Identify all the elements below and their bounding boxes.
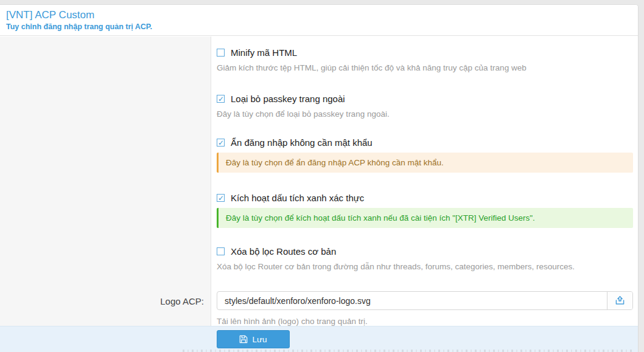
logo-field-description: Tải lên hình ảnh (logo) cho trang quản t… <box>217 316 633 326</box>
checkbox[interactable] <box>217 194 225 202</box>
setting-description: Đây là tùy chọn để loại bỏ passkey trang… <box>217 109 633 119</box>
logo-input-group <box>217 291 633 310</box>
save-button[interactable]: Lưu <box>217 330 290 348</box>
checkbox[interactable] <box>217 95 225 103</box>
setting-checkbox-label[interactable]: Ẩn đăng nhập không cần mật khẩu <box>217 137 633 148</box>
checkbox[interactable] <box>217 247 225 255</box>
setting-checkbox-label[interactable]: Xóa bộ lọc Routes cơ bản <box>217 246 633 257</box>
label-column <box>0 36 211 326</box>
setting-title: Loại bỏ passkey trang ngoài <box>231 93 345 105</box>
upload-icon <box>614 295 626 306</box>
footer-bar: Lưu <box>0 326 638 352</box>
setting-title: Ẩn đăng nhập không cần mật khẩu <box>231 137 373 148</box>
page-subtitle: Tuy chỉnh đăng nhập trang quản trị ACP. <box>6 22 638 32</box>
logo-field-label: Logo ACP: <box>160 296 204 306</box>
upload-button[interactable] <box>607 292 632 309</box>
setting-title: Kích hoạt dấu tích xanh xác thực <box>231 192 364 204</box>
setting-description: Xóa bộ lọc Router cơ bản trong đường dẫn… <box>217 261 633 272</box>
setting-title: Minify mã HTML <box>231 47 297 58</box>
save-icon <box>239 335 248 343</box>
settings-body: Minify mã HTML Giảm kích thước tệp HTML,… <box>0 36 638 326</box>
clipped-bottom-text <box>183 350 632 352</box>
setting-row: Loại bỏ passkey trang ngoài Đây là tùy c… <box>217 93 633 119</box>
page-title: [VNT] ACP Custom <box>6 9 638 22</box>
setting-row: Kích hoạt dấu tích xanh xác thực Đây là … <box>217 192 633 228</box>
save-button-label: Lưu <box>252 335 267 344</box>
checkbox[interactable] <box>217 139 225 147</box>
setting-row: Minify mã HTML Giảm kích thước tệp HTML,… <box>217 47 633 73</box>
setting-checkbox-label[interactable]: Loại bỏ passkey trang ngoài <box>217 93 633 105</box>
checkbox[interactable] <box>217 49 225 57</box>
setting-row: Xóa bộ lọc Routes cơ bản Xóa bộ lọc Rout… <box>217 246 633 272</box>
setting-row: Ẩn đăng nhập không cần mật khẩu Đây là t… <box>217 137 633 173</box>
options-column: Minify mã HTML Giảm kích thước tệp HTML,… <box>217 36 633 326</box>
logo-path-input[interactable] <box>217 292 607 309</box>
page-header: [VNT] ACP Custom Tuy chỉnh đăng nhập tra… <box>0 5 638 36</box>
setting-description: Đây là tùy chọn để ẩn đăng nhập ACP khôn… <box>217 153 633 173</box>
setting-description: Đây là tùy chọn để kích hoạt dấu tích xa… <box>217 208 633 228</box>
logo-field-row: Logo ACP: Tải lên hình ảnh (logo) cho tr… <box>217 291 633 326</box>
setting-description: Giảm kích thước tệp HTML, giúp cải thiện… <box>217 63 633 73</box>
setting-checkbox-label[interactable]: Kích hoạt dấu tích xanh xác thực <box>217 192 633 204</box>
setting-checkbox-label[interactable]: Minify mã HTML <box>217 47 633 58</box>
settings-panel: [VNT] ACP Custom Tuy chỉnh đăng nhập tra… <box>0 4 639 352</box>
setting-title: Xóa bộ lọc Routes cơ bản <box>231 246 336 257</box>
options-list: Minify mã HTML Giảm kích thước tệp HTML,… <box>217 47 633 272</box>
